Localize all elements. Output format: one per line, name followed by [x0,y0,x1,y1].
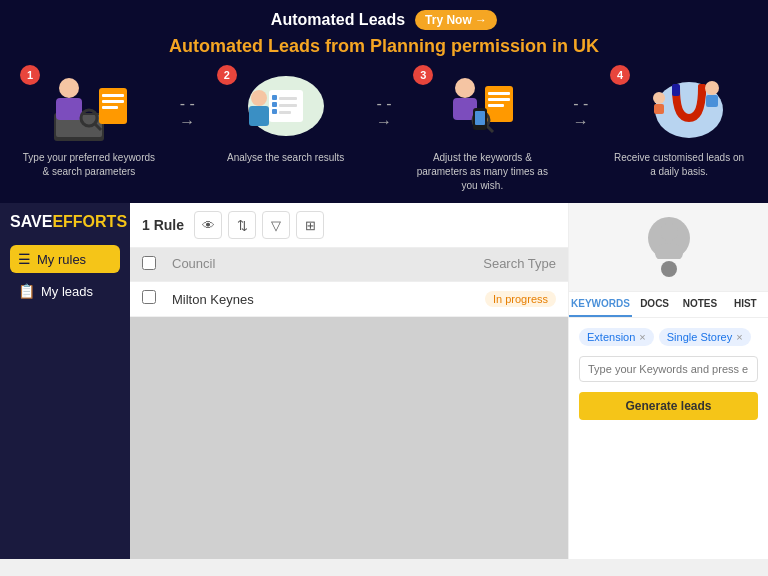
step-4-icon [629,65,729,145]
svg-point-33 [705,81,719,95]
keyword-single-storey: Single Storey × [659,328,751,346]
header-checkbox-col [142,256,172,273]
banner-top-bar: Automated Leads Try Now → [0,10,768,30]
sidebar-item-my-rules-label: My rules [37,252,86,267]
sort-icon-button[interactable]: ⇅ [228,211,256,239]
keyword-single-storey-remove[interactable]: × [736,331,742,343]
step-3: 3 Adjust the keywords & parameters as ma… [413,65,551,193]
right-panel: KEYWORDS DOCS NOTES HIST Extension × Sin… [568,203,768,559]
step-4-desc: Receive customised leads on a daily basi… [610,151,748,179]
svg-rect-34 [706,95,718,107]
step-3-desc: Adjust the keywords & parameters as many… [413,151,551,193]
svg-rect-3 [102,94,124,97]
svg-point-37 [660,223,678,241]
status-badge: In progress [485,291,556,307]
svg-rect-22 [488,98,510,101]
arrow-2: - - → [365,95,404,131]
grid-icon-button[interactable]: ⊞ [296,211,324,239]
svg-rect-15 [279,104,297,107]
arrow-3: - - → [561,95,600,131]
tab-keywords[interactable]: KEYWORDS [569,292,632,317]
svg-rect-4 [102,100,124,103]
svg-rect-7 [56,98,82,120]
svg-rect-19 [249,106,269,126]
content-area: 1 Rule 👁 ⇅ ▽ ⊞ Council Search Type Milto… [130,203,568,559]
svg-rect-23 [488,104,504,107]
step-3-icon [432,65,532,145]
row-council-name: Milton Keynes [172,292,456,307]
rules-icon: ☰ [18,251,31,267]
view-icon-button[interactable]: 👁 [194,211,222,239]
table-row: Milton Keynes In progress [130,282,568,317]
filter-icon-button[interactable]: ▽ [262,211,290,239]
svg-point-38 [655,243,683,259]
sidebar-item-my-leads-label: My leads [41,284,93,299]
svg-rect-5 [102,106,118,109]
tab-history[interactable]: HIST [723,292,768,317]
brand-save: SAVE [10,213,52,231]
svg-rect-31 [672,84,680,96]
avatar [648,217,690,259]
select-all-checkbox[interactable] [142,256,156,270]
keyword-extension-remove[interactable]: × [639,331,645,343]
tab-notes[interactable]: NOTES [677,292,722,317]
main-layout: SAVEEFFORTS ☰ My rules 📋 My leads 1 Rule… [0,203,768,559]
banner-title: Automated Leads [271,11,405,29]
keyword-single-storey-label: Single Storey [667,331,732,343]
svg-rect-13 [279,97,297,100]
step-2-desc: Analyse the search results [227,151,344,165]
row-status: In progress [456,291,556,307]
row-checkbox-col [142,290,172,308]
svg-line-27 [486,125,493,132]
try-now-button[interactable]: Try Now → [415,10,497,30]
step-1: 1 Type y [20,65,158,179]
svg-rect-16 [272,109,277,114]
step-2-icon [236,65,336,145]
rule-count: 1 Rule [142,217,184,233]
step-3-number: 3 [413,65,433,85]
svg-point-24 [455,78,475,98]
row-checkbox[interactable] [142,290,156,304]
leads-icon: 📋 [18,283,35,299]
keyword-extension: Extension × [579,328,654,346]
banner: Automated Leads Try Now → Automated Lead… [0,0,768,203]
brand-efforts: EFFORTS [52,213,127,231]
keyword-extension-label: Extension [587,331,635,343]
sidebar-item-my-rules[interactable]: ☰ My rules [10,245,120,273]
avatar-status-icon [661,261,677,277]
step-1-desc: Type your preferred keywords & search pa… [20,151,158,179]
step-4: 4 Receive customised leads on a daily ba… [610,65,748,179]
panel-body: Extension × Single Storey × Generate lea… [569,318,768,559]
table-header: Council Search Type [130,248,568,282]
generate-leads-button[interactable]: Generate leads [579,392,758,420]
keyword-input[interactable] [579,356,758,382]
svg-rect-14 [272,102,277,107]
svg-rect-32 [698,84,706,96]
svg-point-6 [59,78,79,98]
step-4-number: 4 [610,65,630,85]
svg-rect-36 [654,104,664,114]
search-type-column-header: Search Type [456,256,556,273]
header-actions: 👁 ⇅ ▽ ⊞ [194,211,324,239]
council-column-header: Council [172,256,456,273]
svg-rect-17 [279,111,291,114]
tab-documents[interactable]: DOCS [632,292,677,317]
step-2: 2 Analyse the search results [217,65,355,165]
svg-point-18 [251,90,267,106]
step-1-icon [39,65,139,145]
keywords-section: Extension × Single Storey × [579,328,758,346]
banner-subtitle: Automated Leads from Planning permission… [0,36,768,57]
panel-tabs: KEYWORDS DOCS NOTES HIST [569,292,768,318]
arrow-1: - - → [168,95,207,131]
svg-rect-29 [475,111,485,125]
avatar-section [569,203,768,292]
banner-steps: 1 Type y [0,65,768,203]
sidebar-item-my-leads[interactable]: 📋 My leads [10,277,120,305]
svg-rect-21 [488,92,510,95]
svg-rect-12 [272,95,277,100]
brand: SAVEEFFORTS [10,213,120,231]
svg-point-35 [653,92,665,104]
step-2-number: 2 [217,65,237,85]
content-header: 1 Rule 👁 ⇅ ▽ ⊞ [130,203,568,248]
sidebar: SAVEEFFORTS ☰ My rules 📋 My leads [0,203,130,559]
